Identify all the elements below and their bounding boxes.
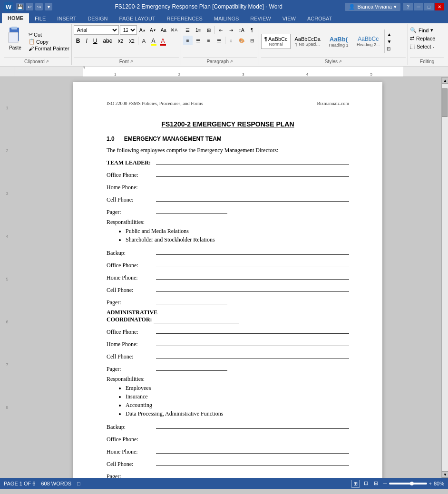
styles-scroll-down[interactable]: ▼ [387, 39, 391, 44]
ruler-margin-left [14, 67, 83, 77]
zoom-out-button[interactable]: ─ [383, 481, 387, 486]
font-family-select[interactable]: Arial [74, 25, 119, 35]
home-phone-line-1 [156, 182, 349, 189]
superscript-button[interactable]: x2 [127, 36, 137, 46]
numbering-button[interactable]: 1≡ [194, 25, 203, 35]
style-heading1[interactable]: AaBb( Heading 1 [324, 34, 353, 49]
undo-icon[interactable]: ↩ [26, 3, 33, 10]
tab-review[interactable]: REVIEW [244, 14, 276, 23]
clear-format-button[interactable]: ✕A [169, 25, 179, 35]
style-normal[interactable]: ¶ AaBbCc Normal [261, 34, 291, 49]
highlight-button[interactable]: A [149, 36, 158, 46]
user-badge[interactable]: 👤 Bianca Viviana ▾ [345, 3, 400, 11]
section-num-1: 1.0 [107, 136, 115, 142]
indent-marker[interactable] [83, 67, 85, 69]
multilevel-button[interactable]: ⊞ [204, 25, 214, 35]
scroll-up-button[interactable]: ▲ [442, 77, 448, 84]
tab-mailings[interactable]: MAILINGS [208, 14, 245, 23]
text-effects-button[interactable]: A [139, 36, 148, 46]
copy-button[interactable]: 📋 Copy [29, 39, 69, 45]
line-spacing-button[interactable]: ↕ [226, 36, 236, 45]
paste-button[interactable]: Paste [4, 25, 27, 58]
scroll-area[interactable]: ISO 22000 FSMS Policies, Procedures, and… [14, 77, 441, 478]
bold-button[interactable]: B [74, 36, 83, 46]
tab-page-layout[interactable]: PAGE LAYOUT [114, 14, 161, 23]
font-size-select[interactable]: 12 [120, 25, 137, 35]
scrollbar-thumb[interactable] [442, 88, 448, 117]
tab-insert[interactable]: INSERT [51, 14, 82, 23]
tab-file[interactable]: FILE [29, 14, 51, 23]
styles-expand[interactable]: ⊡ [387, 46, 391, 51]
scrollbar-track[interactable] [442, 84, 448, 471]
align-right-button[interactable]: ≡ [204, 36, 214, 45]
cell-phone-line-4 [156, 458, 349, 466]
align-center-button[interactable]: ☰ [194, 36, 203, 45]
change-case-button[interactable]: Aa [159, 25, 168, 35]
margin-num-6: 6 [6, 320, 8, 324]
admin-bullet-2: Insurance [126, 393, 349, 400]
left-margin: 1 2 3 4 5 6 7 8 [0, 77, 14, 478]
minimize-button[interactable]: ─ [414, 3, 423, 10]
align-left-button[interactable]: ≡ [183, 36, 193, 45]
decrease-indent-button[interactable]: ⇤ [216, 25, 225, 35]
redo-icon[interactable]: ↪ [35, 3, 43, 10]
borders-button[interactable]: ⊟ [247, 36, 257, 45]
help-button[interactable]: ? [403, 3, 413, 10]
scroll-down-button[interactable]: ▼ [442, 471, 448, 478]
shading-button[interactable]: 🎨 [237, 36, 246, 45]
tab-acrobat[interactable]: ACROBAT [302, 14, 338, 23]
full-screen-icon[interactable]: ⊡ [362, 480, 370, 488]
maximize-button[interactable]: □ [424, 3, 434, 10]
cut-button[interactable]: ✂ Cut [29, 31, 69, 38]
customize-icon[interactable]: ▾ [45, 3, 52, 10]
shrink-font-button[interactable]: A▼ [148, 25, 158, 35]
styles-scroll-up[interactable]: ▲ [387, 32, 391, 37]
tab-home[interactable]: HOME [2, 13, 29, 23]
office-phone-label-3: Office Phone: [107, 329, 154, 336]
font-color-button[interactable]: A [159, 36, 167, 46]
ruler-numbers: 12345 [83, 72, 403, 77]
format-painter-button[interactable]: 🖌 Format Painter [29, 46, 69, 51]
margin-num-8: 8 [6, 405, 8, 410]
backup-line-1 [156, 247, 349, 255]
justify-button[interactable]: ☰ [214, 36, 224, 45]
tab-design[interactable]: DESIGN [82, 14, 113, 23]
font-expand-icon[interactable]: ⇗ [130, 59, 133, 64]
style-no-spacing[interactable]: AaBbCcDa ¶ No Spaci... [292, 34, 323, 48]
ribbon-tab-row: HOME FILE INSERT DESIGN PAGE LAYOUT REFE… [0, 13, 448, 23]
strikethrough-button[interactable]: abc [100, 36, 114, 46]
subscript-button[interactable]: x2 [116, 36, 126, 46]
styles-expand-icon[interactable]: ⇗ [339, 59, 342, 64]
clipboard-expand-icon[interactable]: ⇗ [46, 59, 49, 64]
italic-button[interactable]: I [83, 36, 89, 46]
cell-phone-line-1 [156, 194, 349, 202]
zoom-slider[interactable] [389, 483, 427, 484]
zoom-percent[interactable]: 80% [434, 481, 444, 486]
print-layout-icon[interactable]: ⊞ [351, 480, 360, 488]
bullets-button[interactable]: ☰ [183, 25, 193, 35]
select-button[interactable]: ⬚ Select - [410, 43, 444, 49]
close-button[interactable]: ✕ [435, 3, 444, 10]
ruler: 12345 [14, 67, 441, 77]
zoom-in-button[interactable]: + [429, 481, 432, 486]
section-title-1: EMERGENCY MANAGEMENT TEAM [124, 136, 222, 142]
tab-view[interactable]: VIEW [277, 14, 302, 23]
show-formatting-button[interactable]: ¶ [247, 25, 257, 35]
find-button[interactable]: 🔍 Find ▾ [410, 27, 444, 33]
tab-references[interactable]: REFERENCES [161, 14, 208, 23]
ruler-margin-right [403, 67, 441, 77]
paragraph-expand-icon[interactable]: ⇗ [230, 59, 233, 64]
team-leader-line [156, 157, 349, 165]
underline-button[interactable]: U [91, 36, 100, 46]
team-leader-bullets: Public and Media Relations Shareholder a… [126, 228, 349, 243]
web-layout-icon[interactable]: ⊟ [372, 480, 380, 488]
replace-button[interactable]: ⇄ Replace [410, 35, 444, 41]
style-heading2[interactable]: AaBbCc Heading 2... [354, 34, 383, 49]
increase-indent-button[interactable]: ⇥ [226, 25, 236, 35]
admin-bullets: Employees Insurance Accounting Data Proc… [126, 385, 349, 417]
margin-num-2: 2 [6, 148, 8, 153]
sort-button[interactable]: ↕A [237, 25, 246, 35]
grow-font-button[interactable]: A▲ [138, 25, 147, 35]
save-icon[interactable]: 💾 [16, 3, 24, 10]
styles-scroll-buttons: ▲ ▼ ⊡ [387, 32, 391, 51]
